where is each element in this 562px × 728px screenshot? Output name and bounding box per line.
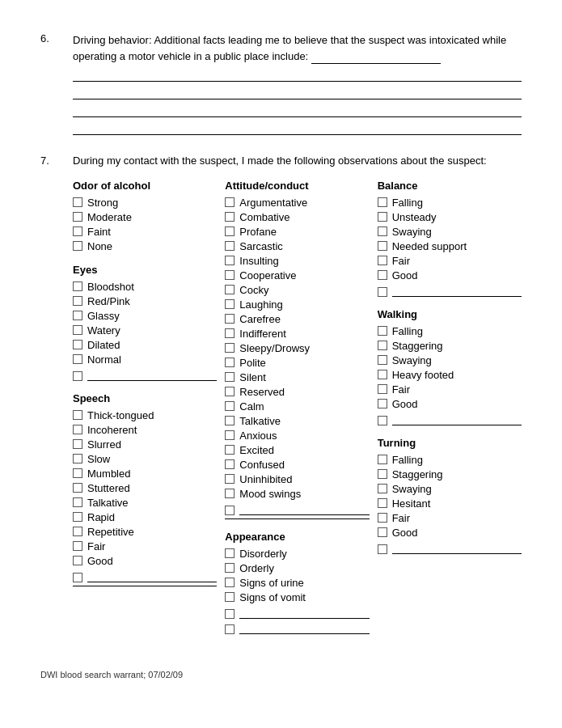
line-4 [73,121,522,135]
checkbox[interactable] [378,241,387,251]
checkbox[interactable] [225,563,235,573]
checkbox[interactable] [73,483,82,493]
list-item: Normal [73,353,217,366]
list-item: Signs of vomit [225,591,369,603]
list-item: Good [378,527,522,539]
checkbox[interactable] [378,513,387,523]
checkbox[interactable] [73,212,82,222]
checkbox[interactable] [225,401,235,411]
checkbox[interactable] [225,372,235,382]
list-item: Swaying [378,226,522,238]
checkbox[interactable] [225,609,235,619]
checkbox[interactable] [378,341,387,350]
category-odor-title: Odor of alcohol [73,180,217,192]
list-item: Insulting [225,255,369,267]
checkbox[interactable] [73,541,82,551]
list-item: Good [378,269,522,281]
checkbox[interactable] [73,468,82,478]
checkbox[interactable] [225,548,235,558]
checkbox[interactable] [73,226,82,236]
checkbox[interactable] [225,285,235,294]
footer: DWI blood search warrant; 07/02/09 [40,670,522,679]
checkbox[interactable] [378,212,387,222]
list-item: Slow [73,453,217,465]
checkbox[interactable] [73,454,82,463]
checkbox[interactable] [225,506,235,515]
list-item: Mumbled [73,468,217,480]
section-6: 6. Driving behavior: Additional facts le… [40,32,522,135]
checkbox[interactable] [378,197,387,207]
checkbox[interactable] [225,474,235,484]
checkbox[interactable] [378,384,387,394]
checkbox[interactable] [73,556,82,565]
list-item: Falling [378,197,522,209]
list-item: Fair [378,383,522,396]
checkbox[interactable] [73,371,82,381]
checkbox[interactable] [378,469,387,479]
list-item: Combative [225,211,369,223]
checkbox[interactable] [73,497,82,507]
checkbox[interactable] [225,241,235,251]
checkbox[interactable] [73,354,82,364]
category-turning-title: Turning [378,437,522,449]
underline [225,518,369,519]
checkbox[interactable] [225,197,235,207]
list-item: Anxious [225,430,369,442]
checkbox[interactable] [73,573,82,582]
checkbox[interactable] [225,459,235,469]
checkbox[interactable] [225,489,235,498]
checkbox[interactable] [225,445,235,455]
checkbox[interactable] [378,355,387,365]
checkbox[interactable] [225,358,235,367]
checkbox[interactable] [378,226,387,236]
checkbox[interactable] [378,484,387,493]
list-item: Fair [378,255,522,267]
checkbox[interactable] [225,226,235,236]
list-item: Watery [73,324,217,336]
checkbox[interactable] [225,270,235,280]
checkbox[interactable] [378,527,387,537]
checkbox[interactable] [73,410,82,420]
checkbox[interactable] [73,439,82,449]
checkbox[interactable] [378,256,387,265]
checkbox[interactable] [73,527,82,536]
checkbox[interactable] [378,287,387,297]
checkbox[interactable] [225,256,235,265]
checkbox[interactable] [378,270,387,280]
checkbox[interactable] [73,281,82,291]
checkbox[interactable] [73,241,82,251]
checkbox[interactable] [225,578,235,587]
category-turning: Turning Falling Staggering Swaying Hesit… [378,437,522,554]
checkbox[interactable] [73,325,82,335]
checkbox[interactable] [73,197,82,207]
checkbox[interactable] [225,212,235,222]
checkbox[interactable] [73,311,82,320]
checkbox[interactable] [225,592,235,602]
checkbox[interactable] [225,314,235,324]
checkbox[interactable] [225,430,235,440]
category-eyes-title: Eyes [73,264,217,276]
list-item: Sarcastic [225,240,369,252]
checkbox[interactable] [378,544,387,554]
checkbox[interactable] [73,512,82,522]
checkbox[interactable] [73,340,82,349]
checkbox[interactable] [378,370,387,379]
blank-line [239,606,369,619]
list-item: Rapid [73,511,217,523]
checkbox[interactable] [378,455,387,464]
list-item: Indifferent [225,328,369,340]
checkbox[interactable] [73,296,82,306]
checkbox[interactable] [225,343,235,353]
checkbox[interactable] [378,326,387,336]
list-item: Profane [225,226,369,238]
checkbox[interactable] [225,624,235,634]
checkbox[interactable] [378,416,387,425]
checkbox[interactable] [225,416,235,425]
checkbox[interactable] [225,328,235,338]
checkbox[interactable] [225,299,235,309]
checkbox[interactable] [73,425,82,434]
checkbox[interactable] [225,387,235,396]
checkbox[interactable] [378,498,387,508]
blank-line [87,569,217,582]
checkbox[interactable] [378,399,387,408]
